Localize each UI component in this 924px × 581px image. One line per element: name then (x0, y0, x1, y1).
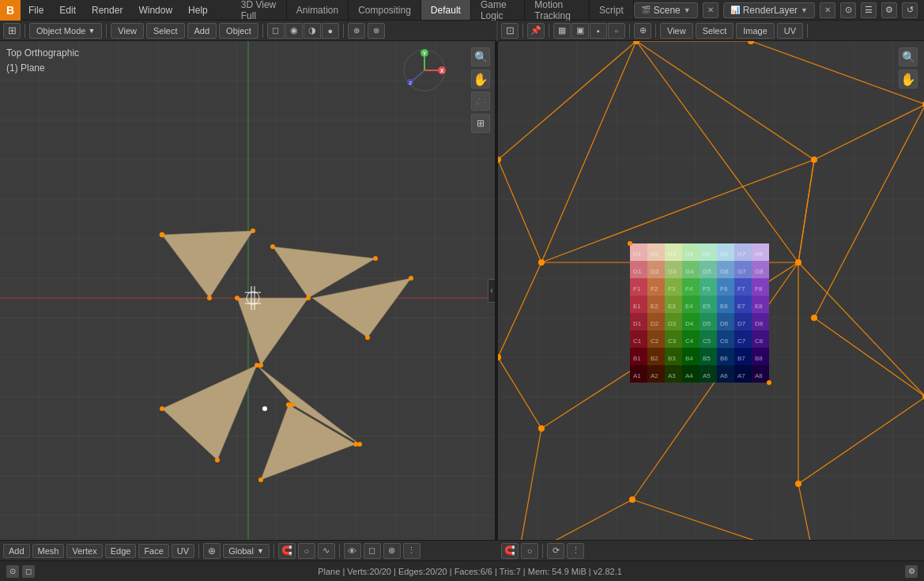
left-3d-viewport[interactable]: Top Orthographic (1) Plane Y X Z 🔍 ✋ 🎥 ⊞… (0, 41, 496, 540)
left-add-menu[interactable]: Add (187, 23, 217, 39)
svg-line-98 (518, 428, 541, 540)
face-btn[interactable]: Face (138, 544, 168, 558)
svg-rect-155 (630, 330, 647, 348)
pan-tool[interactable]: ✋ (471, 70, 490, 89)
right-uv-menu[interactable]: UV (777, 23, 803, 39)
renderlayer-extra-btn[interactable]: ✕ (820, 2, 835, 18)
prop-edit-btn[interactable]: ○ (298, 543, 315, 559)
checker-btn-1[interactable]: ▦ (553, 23, 571, 39)
menu-edit[interactable]: Edit (51, 0, 84, 20)
right-select-menu[interactable]: Select (696, 23, 734, 39)
viewport-icon[interactable]: ◻ (22, 565, 35, 578)
solid-btn[interactable]: ◉ (285, 23, 303, 39)
wireframe-btn[interactable]: ◻ (267, 23, 285, 39)
more-btn[interactable]: ⋮ (403, 543, 421, 559)
svg-rect-156 (647, 330, 665, 348)
left-object-menu[interactable]: Object (219, 23, 258, 39)
tab-3dviewfull[interactable]: 3D View Full (232, 0, 287, 20)
scene-selector[interactable]: 🎬 Scene ▼ (634, 2, 698, 18)
collapse-left[interactable]: ‹ (488, 279, 496, 303)
svg-text:D8: D8 (755, 320, 764, 327)
svg-text:D3: D3 (668, 320, 677, 327)
checker-btn-2[interactable]: ▣ (571, 23, 589, 39)
menu-help[interactable]: Help (180, 0, 216, 20)
grid-tool[interactable]: ⊞ (471, 114, 490, 133)
svg-rect-124 (647, 261, 665, 278)
scene-icon[interactable]: ⊙ (6, 565, 19, 578)
header-extra2[interactable]: ↺ (902, 2, 918, 18)
mesh-btn[interactable]: Mesh (32, 544, 65, 558)
view-layers-btn[interactable]: ☰ (861, 2, 877, 18)
right-sync-btn[interactable]: ⟳ (547, 543, 564, 559)
right-snap-btn[interactable]: 🧲 (501, 543, 519, 559)
tab-default[interactable]: Default (421, 0, 471, 20)
scene-extra-btn[interactable]: ✕ (703, 2, 718, 18)
svg-line-97 (518, 500, 632, 540)
right-image-menu[interactable]: Image (736, 23, 775, 39)
settings-icon[interactable]: ⚙ (905, 565, 918, 578)
right-bottom-bar: 🧲 ○ ⟳ ⋮ (498, 540, 924, 560)
xray-btn[interactable]: ⊗ (368, 23, 385, 39)
right-view-menu[interactable]: View (660, 23, 693, 39)
tab-compositing[interactable]: Compositing (349, 0, 421, 20)
left-select-menu[interactable]: Select (146, 23, 185, 39)
uv-zoom-tool[interactable]: 🔍 (899, 47, 918, 66)
svg-rect-175 (700, 365, 717, 383)
proportional-falloff-btn[interactable]: ∿ (318, 543, 335, 559)
uv-btn[interactable]: UV (172, 544, 194, 558)
zoom-tool[interactable]: 🔍 (471, 47, 490, 66)
edge-btn[interactable]: Edge (105, 544, 137, 558)
left-viewport-header: ⊞ Object Mode ▼ View Select Add Object ◻… (0, 21, 496, 41)
svg-point-44 (160, 406, 164, 411)
svg-rect-149 (665, 313, 682, 330)
lookdev-btn[interactable]: ◑ (304, 23, 321, 39)
wireframe-toggle[interactable]: ◻ (364, 543, 381, 559)
svg-text:F2: F2 (651, 285, 658, 292)
svg-text:G4: G4 (685, 268, 694, 275)
renderlayer-selector[interactable]: 📊 RenderLayer ▼ (723, 2, 815, 18)
svg-text:F6: F6 (720, 285, 728, 292)
checker-btn-4[interactable]: ▫ (608, 23, 625, 39)
svg-point-244 (748, 41, 754, 44)
svg-rect-165 (665, 348, 682, 365)
header-extra1[interactable]: ⚙ (881, 2, 897, 18)
svg-point-39 (409, 276, 413, 281)
tab-gamelogic[interactable]: Game Logic (471, 0, 525, 20)
svg-rect-178 (752, 365, 769, 383)
menu-file[interactable]: File (21, 0, 51, 20)
camera-tool[interactable]: 🎥 (471, 92, 490, 111)
overlay-vis-btn[interactable]: 👁 (344, 543, 361, 559)
svg-text:A8: A8 (755, 372, 763, 379)
uv-pan-tool[interactable]: ✋ (899, 70, 918, 89)
left-view-menu[interactable]: View (111, 23, 144, 39)
menu-render[interactable]: Render (84, 0, 130, 20)
vertex-btn[interactable]: Vertex (66, 544, 102, 558)
tab-script[interactable]: Script (590, 0, 634, 20)
rendered-btn[interactable]: ● (322, 23, 339, 39)
transform-select[interactable]: Global ▼ (223, 544, 270, 558)
right-pin-btn[interactable]: 📌 (527, 23, 545, 39)
checker-btn-3[interactable]: ▪ (590, 23, 607, 39)
tab-motiontracking[interactable]: Motion Tracking (525, 0, 590, 20)
svg-rect-138 (752, 278, 769, 296)
overlay-btn[interactable]: ⊕ (348, 23, 365, 39)
engine-select[interactable]: ⊙ (840, 2, 856, 18)
viewport-splitter[interactable] (495, 41, 498, 540)
right-overlay-btn[interactable]: ⊕ (634, 23, 651, 39)
svg-rect-177 (734, 365, 752, 383)
svg-text:B2: B2 (651, 355, 658, 362)
right-more-btn[interactable]: ⋮ (567, 543, 584, 559)
right-uv-viewport[interactable]: H1 H2 H3 H4 H5 H6 H7 H8 G1 G2 G3 G4 G5 G… (498, 41, 924, 540)
tab-animation[interactable]: Animation (287, 0, 349, 20)
mode-selector[interactable]: Object Mode ▼ (29, 23, 102, 39)
right-editor-type-btn[interactable]: ⊡ (501, 23, 519, 39)
menu-window[interactable]: Window (130, 0, 180, 20)
svg-point-255 (498, 157, 501, 163)
left-editor-type-btn[interactable]: ⊞ (3, 23, 21, 39)
right-prop-btn[interactable]: ○ (521, 543, 538, 559)
xray-toggle[interactable]: ⊗ (383, 543, 401, 559)
rbb-sep-1 (542, 544, 543, 558)
add-btn[interactable]: Add (3, 544, 30, 558)
snap-btn[interactable]: 🧲 (278, 543, 296, 559)
svg-text:C7: C7 (737, 338, 746, 345)
